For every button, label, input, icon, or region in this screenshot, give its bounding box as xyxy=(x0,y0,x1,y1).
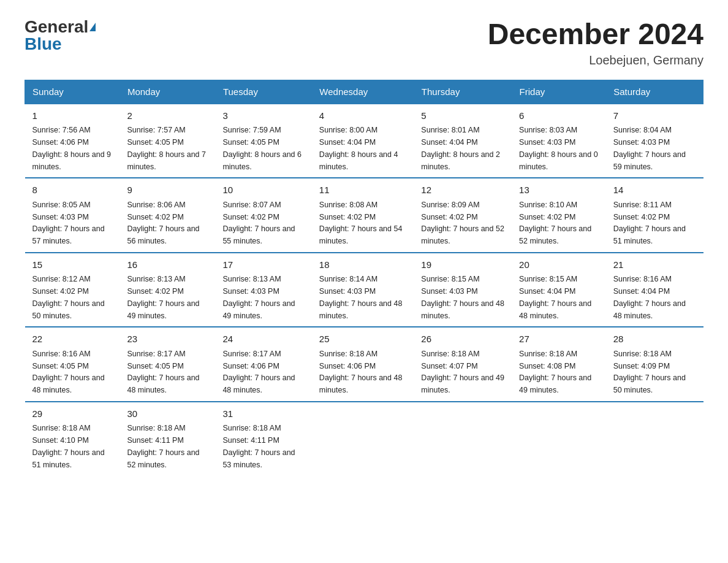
day-number: 27 xyxy=(519,332,599,347)
day-number: 28 xyxy=(613,332,696,347)
day-number: 17 xyxy=(222,258,304,272)
logo-blue-text: Blue xyxy=(25,36,62,53)
day-info: Sunrise: 8:18 AMSunset: 4:10 PMDaylight:… xyxy=(32,424,105,469)
calendar-cell: 23Sunrise: 8:17 AMSunset: 4:05 PMDayligh… xyxy=(119,327,215,402)
day-number: 13 xyxy=(519,183,599,197)
week-row-3: 15Sunrise: 8:12 AMSunset: 4:02 PMDayligh… xyxy=(25,253,703,327)
calendar-cell: 7Sunrise: 8:04 AMSunset: 4:03 PMDaylight… xyxy=(606,104,703,178)
calendar-cell xyxy=(606,402,703,483)
calendar-cell: 22Sunrise: 8:16 AMSunset: 4:05 PMDayligh… xyxy=(25,327,120,402)
calendar-cell: 18Sunrise: 8:14 AMSunset: 4:03 PMDayligh… xyxy=(312,253,414,327)
day-info: Sunrise: 8:17 AMSunset: 4:06 PMDaylight:… xyxy=(222,350,295,394)
day-info: Sunrise: 7:59 AMSunset: 4:05 PMDaylight:… xyxy=(222,126,301,170)
calendar-title: December 2024 xyxy=(488,18,703,51)
header-cell-thursday: Thursday xyxy=(414,80,512,104)
day-number: 23 xyxy=(127,332,208,347)
day-number: 26 xyxy=(421,332,504,347)
day-info: Sunrise: 8:15 AMSunset: 4:04 PMDaylight:… xyxy=(519,275,591,320)
day-info: Sunrise: 8:18 AMSunset: 4:09 PMDaylight:… xyxy=(613,350,686,394)
day-info: Sunrise: 8:00 AMSunset: 4:04 PMDaylight:… xyxy=(319,126,398,170)
day-number: 21 xyxy=(613,258,696,272)
day-number: 20 xyxy=(519,258,599,272)
day-info: Sunrise: 8:12 AMSunset: 4:02 PMDaylight:… xyxy=(32,275,105,320)
day-info: Sunrise: 8:18 AMSunset: 4:06 PMDaylight:… xyxy=(319,350,403,394)
day-number: 18 xyxy=(319,258,407,272)
calendar-cell: 20Sunrise: 8:15 AMSunset: 4:04 PMDayligh… xyxy=(512,253,606,327)
calendar-cell: 21Sunrise: 8:16 AMSunset: 4:04 PMDayligh… xyxy=(606,253,703,327)
logo-general-text: General xyxy=(25,18,88,36)
day-number: 8 xyxy=(32,183,113,197)
calendar-cell xyxy=(312,402,414,483)
header-cell-friday: Friday xyxy=(512,80,606,104)
logo: General Blue xyxy=(25,18,96,53)
day-info: Sunrise: 8:16 AMSunset: 4:05 PMDaylight:… xyxy=(32,350,105,394)
calendar-cell: 29Sunrise: 8:18 AMSunset: 4:10 PMDayligh… xyxy=(25,402,120,483)
calendar-cell: 16Sunrise: 8:13 AMSunset: 4:02 PMDayligh… xyxy=(119,253,215,327)
calendar-cell: 25Sunrise: 8:18 AMSunset: 4:06 PMDayligh… xyxy=(312,327,414,402)
day-number: 30 xyxy=(127,407,208,421)
day-number: 2 xyxy=(127,109,208,123)
calendar-cell: 1Sunrise: 7:56 AMSunset: 4:06 PMDaylight… xyxy=(25,104,120,178)
day-info: Sunrise: 8:18 AMSunset: 4:08 PMDaylight:… xyxy=(519,350,591,394)
day-info: Sunrise: 8:04 AMSunset: 4:03 PMDaylight:… xyxy=(613,126,686,170)
day-info: Sunrise: 8:01 AMSunset: 4:04 PMDaylight:… xyxy=(421,126,500,170)
calendar-cell: 27Sunrise: 8:18 AMSunset: 4:08 PMDayligh… xyxy=(512,327,606,402)
header-cell-tuesday: Tuesday xyxy=(215,80,311,104)
day-number: 22 xyxy=(32,332,113,347)
page-header: General Blue December 2024 Loebejuen, Ge… xyxy=(25,18,703,67)
title-block: December 2024 Loebejuen, Germany xyxy=(488,18,703,67)
day-number: 31 xyxy=(222,407,304,421)
header-cell-monday: Monday xyxy=(119,80,215,104)
header-cell-saturday: Saturday xyxy=(606,80,703,104)
calendar-cell: 12Sunrise: 8:09 AMSunset: 4:02 PMDayligh… xyxy=(414,178,512,253)
week-row-2: 8Sunrise: 8:05 AMSunset: 4:03 PMDaylight… xyxy=(25,178,703,253)
day-number: 24 xyxy=(222,332,304,347)
day-info: Sunrise: 7:57 AMSunset: 4:05 PMDaylight:… xyxy=(127,126,206,170)
day-info: Sunrise: 8:14 AMSunset: 4:03 PMDaylight:… xyxy=(319,275,403,320)
calendar-table: SundayMondayTuesdayWednesdayThursdayFrid… xyxy=(25,80,703,483)
day-info: Sunrise: 8:13 AMSunset: 4:03 PMDaylight:… xyxy=(222,275,295,320)
calendar-cell: 4Sunrise: 8:00 AMSunset: 4:04 PMDaylight… xyxy=(312,104,414,178)
day-info: Sunrise: 8:10 AMSunset: 4:02 PMDaylight:… xyxy=(519,201,591,245)
calendar-cell: 26Sunrise: 8:18 AMSunset: 4:07 PMDayligh… xyxy=(414,327,512,402)
day-info: Sunrise: 8:13 AMSunset: 4:02 PMDaylight:… xyxy=(127,275,199,320)
calendar-cell: 28Sunrise: 8:18 AMSunset: 4:09 PMDayligh… xyxy=(606,327,703,402)
calendar-cell: 15Sunrise: 8:12 AMSunset: 4:02 PMDayligh… xyxy=(25,253,120,327)
day-info: Sunrise: 8:15 AMSunset: 4:03 PMDaylight:… xyxy=(421,275,504,320)
calendar-cell xyxy=(414,402,512,483)
calendar-cell: 10Sunrise: 8:07 AMSunset: 4:02 PMDayligh… xyxy=(215,178,311,253)
day-number: 29 xyxy=(32,407,113,421)
day-info: Sunrise: 8:11 AMSunset: 4:02 PMDaylight:… xyxy=(613,201,686,245)
calendar-cell: 11Sunrise: 8:08 AMSunset: 4:02 PMDayligh… xyxy=(312,178,414,253)
calendar-cell: 13Sunrise: 8:10 AMSunset: 4:02 PMDayligh… xyxy=(512,178,606,253)
day-info: Sunrise: 7:56 AMSunset: 4:06 PMDaylight:… xyxy=(32,126,112,170)
day-info: Sunrise: 8:17 AMSunset: 4:05 PMDaylight:… xyxy=(127,350,199,394)
day-number: 6 xyxy=(519,109,599,123)
day-number: 7 xyxy=(613,109,696,123)
day-info: Sunrise: 8:18 AMSunset: 4:11 PMDaylight:… xyxy=(127,424,199,469)
calendar-cell: 31Sunrise: 8:18 AMSunset: 4:11 PMDayligh… xyxy=(215,402,311,483)
day-info: Sunrise: 8:05 AMSunset: 4:03 PMDaylight:… xyxy=(32,201,105,245)
day-number: 9 xyxy=(127,183,208,197)
header-cell-wednesday: Wednesday xyxy=(312,80,414,104)
calendar-cell: 17Sunrise: 8:13 AMSunset: 4:03 PMDayligh… xyxy=(215,253,311,327)
week-row-5: 29Sunrise: 8:18 AMSunset: 4:10 PMDayligh… xyxy=(25,402,703,483)
day-number: 10 xyxy=(222,183,304,197)
day-number: 5 xyxy=(421,109,504,123)
calendar-cell: 19Sunrise: 8:15 AMSunset: 4:03 PMDayligh… xyxy=(414,253,512,327)
day-number: 14 xyxy=(613,183,696,197)
calendar-cell: 24Sunrise: 8:17 AMSunset: 4:06 PMDayligh… xyxy=(215,327,311,402)
week-row-4: 22Sunrise: 8:16 AMSunset: 4:05 PMDayligh… xyxy=(25,327,703,402)
calendar-cell: 14Sunrise: 8:11 AMSunset: 4:02 PMDayligh… xyxy=(606,178,703,253)
calendar-cell: 6Sunrise: 8:03 AMSunset: 4:03 PMDaylight… xyxy=(512,104,606,178)
week-row-1: 1Sunrise: 7:56 AMSunset: 4:06 PMDaylight… xyxy=(25,104,703,178)
day-number: 12 xyxy=(421,183,504,197)
calendar-subtitle: Loebejuen, Germany xyxy=(488,53,703,67)
calendar-cell: 30Sunrise: 8:18 AMSunset: 4:11 PMDayligh… xyxy=(119,402,215,483)
day-number: 15 xyxy=(32,258,113,272)
day-info: Sunrise: 8:16 AMSunset: 4:04 PMDaylight:… xyxy=(613,275,686,320)
calendar-cell: 5Sunrise: 8:01 AMSunset: 4:04 PMDaylight… xyxy=(414,104,512,178)
day-number: 1 xyxy=(32,109,113,123)
day-number: 25 xyxy=(319,332,407,347)
day-info: Sunrise: 8:07 AMSunset: 4:02 PMDaylight:… xyxy=(222,201,295,245)
